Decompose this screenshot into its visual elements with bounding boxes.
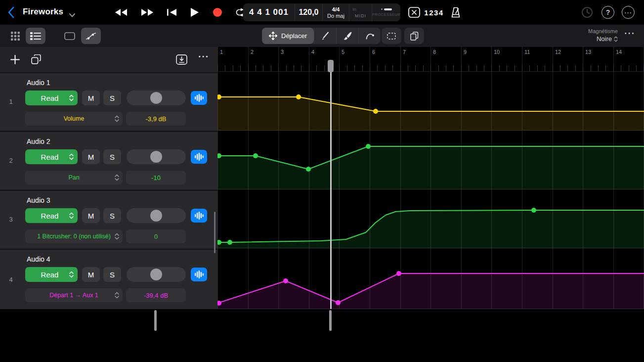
dismiss-keyboard-button[interactable] — [408, 7, 420, 20]
download-tray-button[interactable] — [176, 54, 187, 67]
automation-value-slider[interactable] — [127, 267, 186, 282]
paste-tool-button[interactable] — [404, 28, 424, 44]
snap-value: Noire — [597, 35, 612, 43]
automation-value-slider[interactable] — [127, 90, 186, 105]
automation-curve-audio-3[interactable] — [217, 189, 644, 248]
track-panel-more-button[interactable]: ⋯ — [198, 50, 209, 63]
automation-value-field[interactable]: -10 — [126, 171, 186, 184]
project-title[interactable]: Fireworks — [23, 7, 63, 17]
automation-curve-audio-4[interactable] — [217, 248, 644, 309]
automation-mode-button[interactable]: Read — [25, 267, 78, 282]
track-row: 1 Audio 1 Read M S Volume -3,9 dB — [0, 72, 217, 130]
ruler-bar-label: 11 — [524, 49, 530, 55]
automation-mode-button[interactable]: Read — [25, 149, 78, 164]
track-name[interactable]: Audio 2 — [27, 137, 50, 145]
waveform-button[interactable] — [191, 268, 207, 281]
automation-curve-audio-2[interactable] — [217, 131, 644, 189]
back-button[interactable] — [8, 6, 14, 20]
browser-grid-button[interactable] — [7, 28, 24, 44]
chevron-up-down-icon — [115, 233, 119, 240]
rewind-button[interactable] — [115, 8, 128, 16]
track-name[interactable]: Audio 3 — [27, 196, 50, 204]
processor-dot — [381, 8, 383, 10]
waveform-button[interactable] — [191, 209, 207, 223]
automation-mode-button[interactable]: Read — [25, 208, 78, 223]
metronome-icon[interactable] — [451, 7, 461, 20]
lcd-midi-activity[interactable]: In MIDI — [349, 3, 372, 21]
track-row: 2 Audio 2 Read M S Pan -10 — [0, 131, 217, 189]
record-button[interactable] — [213, 7, 222, 17]
automation-value-field[interactable]: 0 — [126, 229, 186, 243]
solo-button[interactable]: S — [103, 90, 121, 105]
waveform-button[interactable] — [191, 91, 207, 105]
automation-parameter-select[interactable]: Pan — [25, 171, 123, 184]
solo-button[interactable]: S — [103, 267, 121, 282]
move-tool-button[interactable]: Déplacer — [262, 28, 314, 44]
automation-mode-label: Read — [25, 94, 69, 102]
toolbar-more-button[interactable]: ⋯ — [624, 27, 635, 40]
automation-value-slider[interactable] — [127, 208, 186, 223]
solo-button[interactable]: S — [103, 208, 121, 223]
duplicate-track-button[interactable] — [31, 54, 41, 66]
mute-button[interactable]: M — [82, 149, 100, 164]
lcd-playhead-position[interactable]: 4 4 1 001 — [243, 3, 295, 21]
more-options-button[interactable]: … — [622, 6, 635, 19]
track-name[interactable]: Audio 4 — [27, 255, 50, 263]
slider-knob[interactable] — [150, 269, 162, 280]
mute-button[interactable]: M — [82, 267, 100, 282]
ruler-bar-label: 2 — [251, 49, 254, 55]
play-button[interactable] — [190, 7, 199, 17]
automation-timeline: 1 2 3 4 5 6 7 8 9 10 11 12 13 14 — [217, 47, 644, 309]
value-column-drag-bar[interactable] — [154, 310, 157, 331]
history-clock-icon[interactable] — [581, 6, 593, 20]
slider-knob[interactable] — [150, 210, 162, 222]
automation-view-button[interactable] — [81, 28, 101, 44]
chevron-down-icon[interactable] — [69, 10, 75, 19]
playhead-tail-bar[interactable] — [329, 310, 332, 331]
lcd-processor-meter[interactable]: PROCESSEUR — [372, 3, 400, 21]
playhead-handle[interactable] — [328, 60, 334, 72]
add-track-button[interactable] — [10, 55, 20, 66]
automation-value-slider[interactable] — [127, 149, 186, 164]
automation-parameter-select[interactable]: Départ 1 → Aux 1 — [25, 288, 123, 302]
lcd-tempo[interactable]: 120,0 — [295, 3, 322, 21]
lcd-time-signature-key[interactable]: 4/4 Do maj — [322, 3, 349, 21]
snap-label: Magnétisme — [563, 28, 618, 34]
ruler-bar-label: 8 — [433, 49, 436, 55]
waveform-button[interactable] — [191, 150, 207, 164]
automation-value-field[interactable]: -39,4 dB — [126, 288, 186, 302]
slider-knob[interactable] — [150, 151, 162, 163]
automation-value-field[interactable]: -3,9 dB — [126, 112, 186, 126]
track-row: 3 Audio 3 Read M S 1 Bitcrusher: 0 (non … — [0, 190, 217, 248]
help-button[interactable]: ? — [601, 6, 614, 19]
move-tool-label: Déplacer — [281, 32, 307, 40]
track-number: 1 — [0, 73, 22, 130]
parameter-value: -3,9 dB — [146, 115, 167, 123]
track-name[interactable]: Audio 1 — [27, 79, 50, 87]
mute-button[interactable]: M — [82, 90, 100, 105]
marquee-tool-button[interactable] — [382, 28, 401, 44]
go-to-beginning-button[interactable] — [167, 8, 177, 16]
forward-button[interactable] — [141, 8, 154, 16]
brush-tool-button[interactable] — [336, 28, 358, 44]
timeline-ruler[interactable]: 1 2 3 4 5 6 7 8 9 10 11 12 13 14 — [217, 47, 644, 72]
chevron-up-down-icon — [69, 271, 74, 278]
snap-setting[interactable]: Magnétisme Noire — [563, 28, 618, 43]
automation-curve-audio-1[interactable] — [217, 72, 644, 131]
key-signature: Do maj — [327, 13, 344, 19]
count-in-button[interactable]: 1234 — [423, 0, 445, 25]
curve-tool-button[interactable] — [358, 28, 381, 44]
solo-button[interactable]: S — [103, 149, 121, 164]
track-panel-scrollbar[interactable] — [214, 212, 215, 253]
ruler-bar-label: 14 — [616, 49, 622, 55]
automation-mode-button[interactable]: Read — [25, 90, 78, 105]
slider-knob[interactable] — [150, 92, 162, 104]
chevron-up-down-icon — [115, 115, 119, 122]
tracks-view-button[interactable] — [26, 28, 45, 44]
pencil-tool-button[interactable] — [314, 28, 336, 44]
mute-button[interactable]: M — [82, 208, 100, 223]
automation-parameter-select[interactable]: 1 Bitcrusher: 0 (non utilisé) — [25, 229, 123, 243]
ruler-bar-label: 13 — [585, 49, 591, 55]
regions-view-button[interactable] — [60, 28, 79, 44]
automation-parameter-select[interactable]: Volume — [25, 112, 123, 126]
